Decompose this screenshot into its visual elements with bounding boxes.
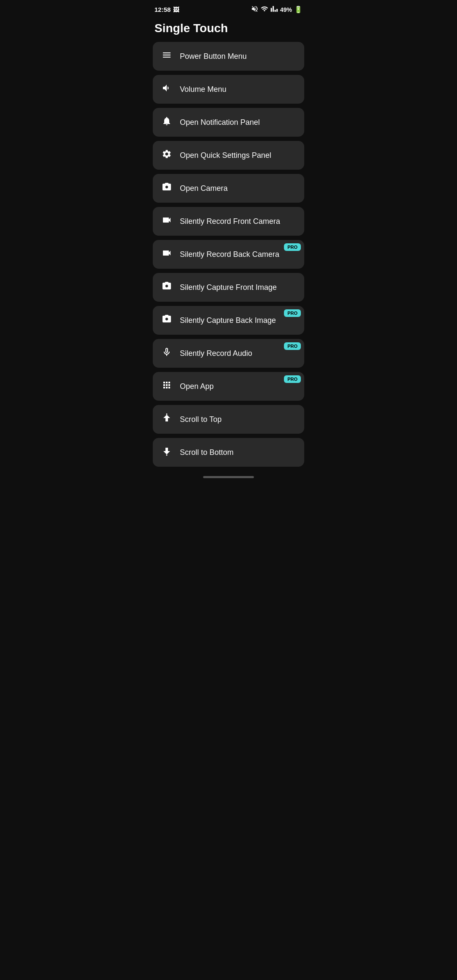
hamburger-icon — [161, 50, 172, 63]
status-left: 12:58 🖼 — [154, 6, 179, 13]
page-title: Single Touch — [146, 17, 311, 42]
menu-item-record-front[interactable]: Silently Record Front Camera — [153, 207, 304, 236]
menu-item-scroll-top[interactable]: Scroll to Top — [153, 405, 304, 434]
home-indicator — [146, 471, 311, 482]
menu-item-capture-front[interactable]: Silently Capture Front Image — [153, 273, 304, 302]
pro-badge: PRO — [284, 375, 301, 383]
scroll-up-icon — [161, 413, 172, 426]
menu-item-volume-menu[interactable]: Volume Menu — [153, 75, 304, 104]
menu-item-quick-settings[interactable]: Open Quick Settings Panel — [153, 141, 304, 170]
menu-item-record-back[interactable]: Silently Record Back Camera PRO — [153, 240, 304, 269]
battery-percentage: 49% — [280, 6, 292, 13]
menu-item-label: Silently Capture Front Image — [180, 283, 296, 292]
mic-icon — [161, 347, 172, 360]
pro-badge: PRO — [284, 243, 301, 251]
menu-item-label: Silently Record Audio — [180, 349, 296, 358]
menu-item-scroll-bottom[interactable]: Scroll to Bottom — [153, 438, 304, 467]
status-right: 49% 🔋 — [251, 5, 303, 14]
menu-item-record-audio[interactable]: Silently Record Audio PRO — [153, 339, 304, 368]
bell-icon — [161, 116, 172, 129]
menu-item-label: Silently Record Back Camera — [180, 250, 296, 259]
mute-icon — [251, 5, 259, 14]
menu-item-open-camera[interactable]: Open Camera — [153, 174, 304, 203]
svg-point-2 — [166, 454, 168, 456]
wifi-icon — [261, 5, 268, 14]
status-photo-icon: 🖼 — [173, 6, 179, 13]
menu-item-label: Open Notification Panel — [180, 118, 296, 127]
menu-item-open-app[interactable]: Open App PRO — [153, 372, 304, 401]
menu-item-label: Scroll to Top — [180, 415, 296, 424]
menu-item-power-button-menu[interactable]: Power Button Menu — [153, 42, 304, 71]
pro-badge: PRO — [284, 342, 301, 350]
home-bar — [203, 476, 254, 478]
status-bar: 12:58 🖼 49% 🔋 — [146, 0, 311, 17]
menu-item-label: Open Camera — [180, 184, 296, 193]
status-time: 12:58 — [154, 6, 171, 13]
camera-icon — [161, 314, 172, 327]
menu-item-label: Volume Menu — [180, 85, 296, 94]
camera-icon — [161, 182, 172, 195]
video-icon — [161, 215, 172, 228]
menu-item-label: Power Button Menu — [180, 52, 296, 61]
grid-icon — [161, 380, 172, 393]
volume-icon — [161, 83, 172, 96]
menu-item-capture-back[interactable]: Silently Capture Back Image PRO — [153, 306, 304, 335]
menu-item-label: Silently Capture Back Image — [180, 316, 296, 325]
svg-point-1 — [166, 413, 168, 415]
signal-icon — [270, 5, 278, 14]
menu-item-notification-panel[interactable]: Open Notification Panel — [153, 108, 304, 137]
pro-badge: PRO — [284, 309, 301, 317]
menu-item-label: Scroll to Bottom — [180, 448, 296, 457]
scroll-down-icon — [161, 446, 172, 459]
menu-item-label: Silently Record Front Camera — [180, 217, 296, 226]
menu-list: Power Button Menu Volume Menu Open Notif… — [146, 42, 311, 467]
menu-item-label: Open App — [180, 382, 296, 391]
gear-icon — [161, 149, 172, 162]
video-icon — [161, 248, 172, 261]
menu-item-label: Open Quick Settings Panel — [180, 151, 296, 160]
battery-icon: 🔋 — [294, 6, 303, 14]
camera-icon — [161, 281, 172, 294]
